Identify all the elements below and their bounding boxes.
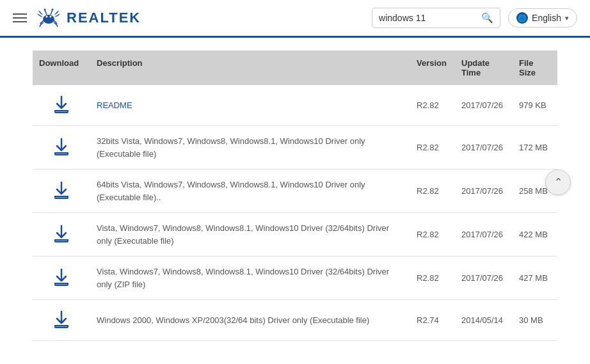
download-cell [33,257,90,300]
hamburger-line-1 [13,13,27,15]
download-icon [51,267,72,287]
table-header-row: Download Description Version Update Time… [33,51,557,85]
table-row: 64bits Vista, Windows7, Windows8, Window… [33,170,557,213]
update-time-cell: 2017/07/26 [455,213,513,257]
language-selector[interactable]: 🌐 English ▾ [508,8,577,28]
header-right: 🔍 🌐 English ▾ [372,8,577,28]
col-header-version: Version [410,51,455,85]
description-cell: 64bits Vista, Windows7, Windows8, Window… [90,170,410,213]
logo-area: REALTEK [36,5,141,31]
version-cell: R2.82 [410,213,455,257]
file-size-cell: 427 MB [513,257,557,300]
svg-point-1 [46,16,48,18]
file-size-cell: 30 MB [513,300,557,341]
globe-icon: 🌐 [516,12,528,24]
search-box: 🔍 [372,8,500,28]
language-label: English [532,13,561,23]
description-cell: Vista, Windows7, Windows8, Windows8.1, W… [90,213,410,257]
svg-point-0 [43,15,54,24]
file-size-cell: 979 KB [513,85,557,126]
file-size-cell: 422 MB [513,213,557,257]
col-header-update-time: Update Time [455,51,513,85]
description-text: Vista, Windows7, Windows8, Windows8.1, W… [97,267,389,289]
download-table: Download Description Version Update Time… [33,51,557,341]
download-cell [33,300,90,341]
update-time-cell: 2017/07/26 [455,85,513,126]
main-content: Download Description Version Update Time… [20,51,570,341]
table-row: Windows 2000, Windows XP/2003(32/64 bits… [33,300,557,341]
realtek-logo-icon [36,5,61,31]
download-cell [33,170,90,213]
table-row: Vista, Windows7, Windows8, Windows8.1, W… [33,213,557,257]
description-cell: 32bits Vista, Windows7, Windows8, Window… [90,126,410,170]
download-button[interactable] [51,309,72,329]
update-time-cell: 2017/07/26 [455,126,513,170]
download-cell [33,126,90,170]
table-row: 32bits Vista, Windows7, Windows8, Window… [33,126,557,170]
description-link[interactable]: README [97,99,404,112]
download-icon [51,309,72,329]
version-cell: R2.82 [410,126,455,170]
version-cell: R2.74 [410,300,455,341]
description-text: Windows 2000, Windows XP/2003(32/64 bits… [97,315,369,325]
description-cell: Windows 2000, Windows XP/2003(32/64 bits… [90,300,410,341]
description-text: Vista, Windows7, Windows8, Windows8.1, W… [97,223,389,246]
download-button[interactable] [51,136,72,157]
update-time-cell: 2014/05/14 [455,300,513,341]
header-left: REALTEK [13,5,141,31]
version-cell: R2.82 [410,85,455,126]
search-button[interactable]: 🔍 [475,8,500,28]
download-button[interactable] [51,267,72,287]
table-body: READMER2.822017/07/26979 KB 32bits Vista… [33,85,557,341]
update-time-cell: 2017/07/26 [455,170,513,213]
chevron-up-icon: ⌃ [554,176,562,188]
col-header-file-size: File Size [513,51,557,85]
description-cell: Vista, Windows7, Windows8, Windows8.1, W… [90,257,410,300]
col-header-description: Description [90,51,410,85]
search-icon: 🔍 [481,12,493,23]
hamburger-line-3 [13,21,27,22]
download-icon [51,180,72,200]
version-cell: R2.82 [410,170,455,213]
download-button[interactable] [51,223,72,244]
header: REALTEK 🔍 🌐 English ▾ [0,0,590,38]
download-cell [33,85,90,126]
chevron-down-icon: ▾ [565,14,569,22]
description-cell[interactable]: README [90,85,410,126]
col-header-download: Download [33,51,90,85]
download-button[interactable] [51,180,72,200]
description-text: 64bits Vista, Windows7, Windows8, Window… [97,180,365,202]
table-header: Download Description Version Update Time… [33,51,557,85]
table-row: Vista, Windows7, Windows8, Windows8.1, W… [33,257,557,300]
download-button[interactable] [51,94,72,115]
description-text: 32bits Vista, Windows7, Windows8, Window… [97,136,365,159]
svg-point-3 [44,9,46,11]
update-time-cell: 2017/07/26 [455,257,513,300]
svg-point-2 [50,16,52,18]
version-cell: R2.82 [410,257,455,300]
hamburger-menu[interactable] [13,13,27,22]
logo-text: REALTEK [67,10,141,26]
hamburger-line-2 [13,17,27,19]
table-row: READMER2.822017/07/26979 KB [33,85,557,126]
search-input[interactable] [372,9,475,27]
download-icon [51,94,72,115]
svg-point-4 [52,9,54,11]
download-icon [51,223,72,244]
download-cell [33,213,90,257]
scroll-to-top-button[interactable]: ⌃ [545,170,571,195]
file-size-cell: 172 MB [513,126,557,170]
download-icon [51,136,72,157]
